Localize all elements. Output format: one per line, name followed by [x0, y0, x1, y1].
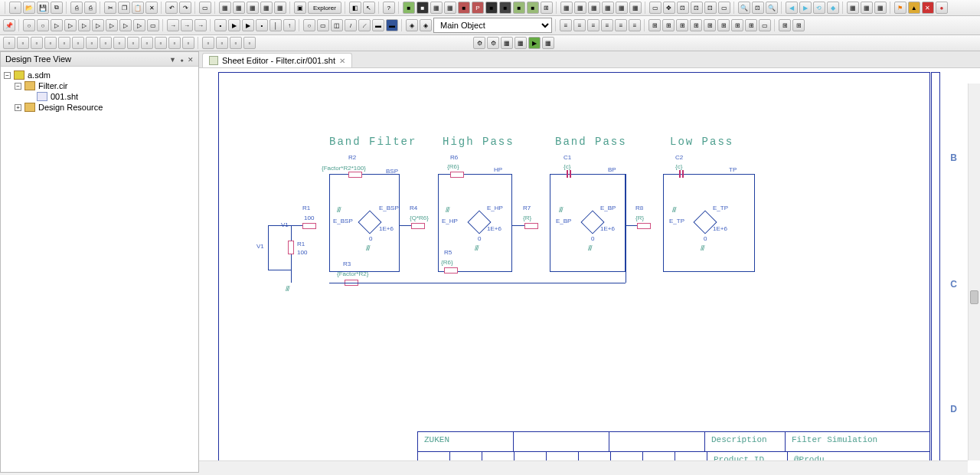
arr-up-icon[interactable]: ↑: [283, 19, 296, 31]
flag-icon[interactable]: ⚑: [894, 2, 906, 14]
tree-resource-node[interactable]: + Design Resource: [15, 102, 195, 113]
e14-icon[interactable]: ▫: [182, 37, 194, 49]
conn-4-icon[interactable]: /: [345, 19, 357, 31]
print-icon[interactable]: ⎙: [70, 2, 83, 14]
shape-9-icon[interactable]: ▷: [133, 19, 145, 31]
err-icon[interactable]: ✕: [922, 2, 934, 14]
shape-1-icon[interactable]: ○: [23, 19, 35, 31]
tool-f-icon[interactable]: P: [472, 2, 484, 14]
dist-2-icon[interactable]: ⊞: [662, 19, 675, 31]
conn-3-icon[interactable]: ◫: [331, 19, 343, 31]
arr-2-icon[interactable]: →: [181, 19, 193, 31]
e8-icon[interactable]: ▫: [100, 37, 112, 49]
tool-e-icon[interactable]: ■: [458, 2, 470, 14]
tree-expand-icon[interactable]: +: [15, 104, 21, 111]
play-2-icon[interactable]: ▶: [242, 19, 254, 31]
tag-2-icon[interactable]: ◈: [420, 19, 432, 31]
shape-2-icon[interactable]: ○: [37, 19, 49, 31]
e17-icon[interactable]: ▫: [230, 37, 242, 49]
conn-2-icon[interactable]: ▭: [317, 19, 329, 31]
dist-9-icon[interactable]: ▭: [759, 19, 771, 31]
stop-icon[interactable]: ●: [936, 2, 948, 14]
nav-end-icon[interactable]: ◆: [827, 2, 839, 14]
pin-icon[interactable]: 📌: [3, 19, 15, 31]
open-file-icon[interactable]: 📂: [23, 2, 35, 14]
view-2-icon[interactable]: ▦: [233, 2, 245, 14]
e18-icon[interactable]: ▫: [243, 37, 256, 49]
cursor-icon[interactable]: ↖: [363, 2, 375, 14]
e1-icon[interactable]: ▫: [3, 37, 15, 49]
tree-pin-icon[interactable]: ⬥: [180, 56, 184, 64]
shape-5-icon[interactable]: ▷: [78, 19, 90, 31]
tree-sheet-node[interactable]: 001.sht: [25, 91, 195, 102]
redo-icon[interactable]: ↷: [179, 2, 191, 14]
sim-2-icon[interactable]: ⚙: [487, 37, 499, 49]
zoom-area-icon[interactable]: ⊡: [752, 2, 764, 14]
undo-icon[interactable]: ↶: [165, 2, 178, 14]
print-preview-icon[interactable]: ⎙: [84, 2, 96, 14]
explorer-button[interactable]: Explorer: [308, 2, 341, 14]
e9-icon[interactable]: ▫: [113, 37, 126, 49]
paste-icon[interactable]: 📋: [132, 2, 144, 14]
tool-j-icon[interactable]: ■: [527, 2, 539, 14]
tree-dropdown-icon[interactable]: ▼: [169, 56, 176, 64]
e10-icon[interactable]: ▫: [127, 37, 139, 49]
shape-8-icon[interactable]: ▷: [119, 19, 132, 31]
save-icon[interactable]: 💾: [37, 2, 49, 14]
align-2-icon[interactable]: ≡: [573, 19, 586, 31]
dist-8-icon[interactable]: ⊞: [745, 19, 757, 31]
win-2-icon[interactable]: ✥: [663, 2, 675, 14]
misc-1-icon[interactable]: ▦: [847, 2, 859, 14]
dot-2-icon[interactable]: •: [256, 19, 268, 31]
zoom-out-icon[interactable]: 🔍: [766, 2, 778, 14]
nav-home-icon[interactable]: ⟲: [813, 2, 825, 14]
tool-l-icon[interactable]: ▦: [560, 2, 573, 14]
shape-7-icon[interactable]: ▷: [106, 19, 118, 31]
align-6-icon[interactable]: ≡: [629, 19, 641, 31]
misc-3-icon[interactable]: ▦: [874, 2, 887, 14]
conn-1-icon[interactable]: ○: [303, 19, 315, 31]
e7-icon[interactable]: ▫: [86, 37, 98, 49]
object-selector[interactable]: Main Object: [433, 18, 552, 33]
zoom-in-icon[interactable]: 🔍: [738, 2, 750, 14]
nav-right-icon[interactable]: ▶: [799, 2, 812, 14]
shape-6-icon[interactable]: ▷: [92, 19, 104, 31]
tool-d-icon[interactable]: ▦: [444, 2, 456, 14]
tool-o-icon[interactable]: ▦: [602, 2, 614, 14]
conn-5-icon[interactable]: ⟋: [358, 19, 371, 31]
delete-icon[interactable]: ✕: [145, 2, 158, 14]
tree-collapse-icon[interactable]: −: [4, 72, 11, 79]
conn-7-icon[interactable]: ▬: [386, 19, 398, 31]
tool-g-icon[interactable]: ■: [485, 2, 498, 14]
tab-close-icon[interactable]: ✕: [339, 57, 345, 65]
e12-icon[interactable]: ▫: [155, 37, 167, 49]
tool-i-icon[interactable]: ■: [513, 2, 525, 14]
copy-icon[interactable]: ❐: [118, 2, 130, 14]
e15-icon[interactable]: ▫: [202, 37, 214, 49]
play-1-icon[interactable]: ▶: [228, 19, 240, 31]
tree-collapse-icon[interactable]: −: [15, 83, 21, 90]
win-6-icon[interactable]: ▭: [718, 2, 730, 14]
line-v-icon[interactable]: │: [270, 19, 282, 31]
win-4-icon[interactable]: ⊡: [691, 2, 703, 14]
tool-c-icon[interactable]: ▦: [430, 2, 443, 14]
dist-4-icon[interactable]: ⊞: [690, 19, 702, 31]
arr-3-icon[interactable]: →: [194, 19, 207, 31]
e11-icon[interactable]: ▫: [141, 37, 153, 49]
grid-2-icon[interactable]: ⊞: [792, 19, 805, 31]
tool-k-icon[interactable]: ⊞: [541, 2, 553, 14]
explorer-icon[interactable]: ▣: [294, 2, 306, 14]
align-1-icon[interactable]: ≡: [560, 19, 572, 31]
tree-root-node[interactable]: − a.sdm: [4, 70, 195, 80]
shape-4-icon[interactable]: ▷: [64, 19, 77, 31]
sim-5-icon[interactable]: ▶: [528, 37, 541, 49]
tool-p-icon[interactable]: ▦: [616, 2, 628, 14]
window-icon[interactable]: ▭: [199, 2, 211, 14]
dist-3-icon[interactable]: ⊞: [676, 19, 688, 31]
tool-n-icon[interactable]: ▦: [588, 2, 600, 14]
tool-b-icon[interactable]: ■: [416, 2, 429, 14]
win-1-icon[interactable]: ▭: [649, 2, 662, 14]
dist-6-icon[interactable]: ⊞: [717, 19, 730, 31]
conn-6-icon[interactable]: ▬: [372, 19, 384, 31]
cut-icon[interactable]: ✂: [104, 2, 116, 14]
